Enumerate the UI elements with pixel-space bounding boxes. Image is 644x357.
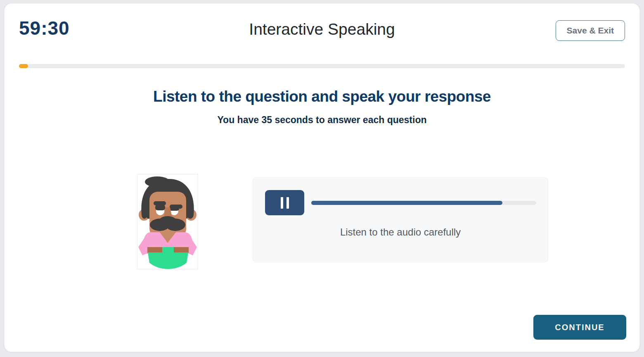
save-exit-button[interactable]: Save & Exit	[556, 20, 625, 41]
speaker-character-illustration	[137, 174, 198, 269]
audio-progress-fill	[311, 201, 502, 205]
test-progress-fill	[19, 64, 28, 68]
test-window-card: 59:30 Interactive Speaking Save & Exit L…	[4, 3, 640, 352]
page-title: Interactive Speaking	[5, 20, 639, 38]
instruction-subheading: You have 35 seconds to answer each quest…	[5, 114, 639, 126]
mustached-man-graphic	[137, 174, 198, 269]
test-progress-bar	[19, 64, 625, 68]
instruction-heading: Listen to the question and speak your re…	[5, 88, 639, 105]
pause-icon	[286, 197, 289, 209]
audio-player-card: Listen to the audio carefully	[253, 177, 548, 262]
audio-caption: Listen to the audio carefully	[253, 226, 548, 238]
pause-icon	[281, 197, 283, 209]
pause-button[interactable]	[265, 190, 304, 215]
audio-progress-track	[311, 201, 536, 205]
continue-button[interactable]: CONTINUE	[533, 315, 626, 340]
